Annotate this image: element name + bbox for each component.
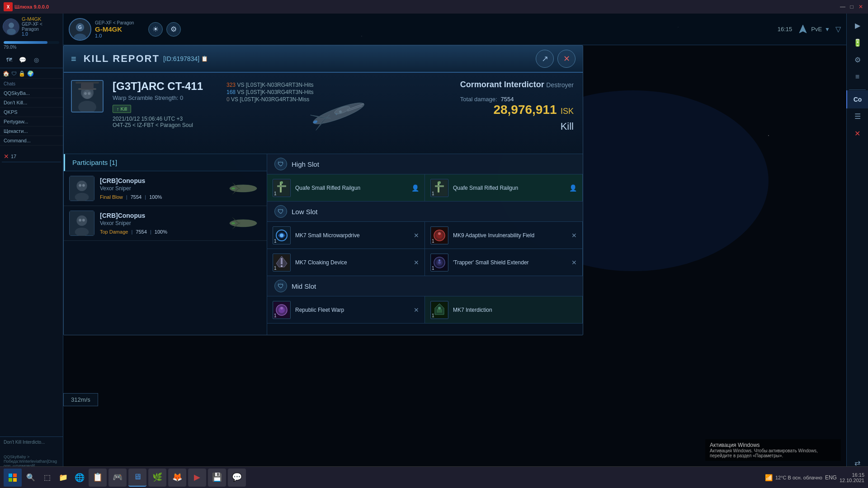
task-view-button[interactable]: ⬚ [40,470,54,485]
high-slot-item-2-person: 👤 [569,184,577,192]
sep1: | [126,194,127,200]
mid-slot-item-1[interactable]: 1 Republic Fleet Warp ✕ [267,296,425,324]
panel-menu-icon[interactable]: ≡ [71,54,76,64]
participant-2-dmg: 7554 [136,229,146,235]
taskbar-app-6[interactable]: ▶ [188,469,206,487]
file-explorer-button[interactable]: 📁 [56,470,71,485]
low-slot-item-3-icon: 1 [273,253,291,272]
nav-chat-icon[interactable]: 💬 [16,53,29,66]
chat-item-6[interactable]: Command... [0,136,63,145]
lock-icon: 🔒 [19,70,25,77]
chat-item-3[interactable]: QKPS [0,108,63,117]
taskbar-app-7[interactable]: 💾 [208,469,226,487]
search-button[interactable]: 🔍 [24,470,38,485]
mid-slot-item-2[interactable]: 1 MK7 Interdiction [425,296,583,324]
high-slot-item-2[interactable]: 1 Quafe Small Rifled Railgun 👤 [425,174,583,202]
chat-item-4[interactable]: Pertygaw... [0,117,63,127]
hud-gear-icon[interactable]: ⚙ [166,22,181,37]
taskbar-app-3[interactable]: 🖥 [128,469,146,487]
svg-point-74 [281,265,283,267]
participant-2-avatar [69,211,94,236]
player-profile-row[interactable]: G-M4GK GEP-XF < Paragon 1.0 [0,14,63,39]
nav-map-icon[interactable]: 🗺 [3,53,15,66]
taskbar-app-1[interactable]: 📋 [89,469,107,487]
svg-text:X: X [7,5,10,9]
hud-sun-icon[interactable]: ☀ [148,22,163,37]
hud-player-avatar: G [69,18,91,41]
total-damage-label: Total damage: [460,96,497,103]
chat-item-5[interactable]: Щекасти... [0,127,63,136]
svg-rect-86 [437,309,442,313]
co-badge: Co [846,90,868,108]
ship-type: Destroyer [546,81,574,89]
svg-rect-89 [13,474,17,477]
low-slot-item-3[interactable]: 1 MK7 Cloaking Device ✕ [267,249,425,276]
low-slot-item-4[interactable]: 1 'Trapper' Small Shield Extender ✕ [425,249,583,276]
hud-filter-icon[interactable]: ▽ [835,25,841,33]
taskbar-app-4[interactable]: 🌿 [148,469,166,487]
svg-rect-73 [281,258,283,264]
low-slot-item-4-icon: 1 [430,253,448,272]
panel-copy-icon[interactable]: 📋 [201,56,208,62]
right-nav-3[interactable]: ⚙ [849,52,866,68]
low-slot-item-1[interactable]: 1 MK7 Small Microwarpdrive ✕ [267,222,425,249]
panel-header: ≡ KILL REPORT [ID:6197834] 📋 ↗ ✕ [64,46,583,73]
player-rating: 1.0 [22,32,60,37]
sep2: | [145,194,146,200]
kill-result: Kill [460,121,574,132]
svg-point-63 [438,181,441,184]
taskbar-app-5[interactable]: 🦊 [168,469,186,487]
participant-1-pct: 100% [149,194,162,200]
low-slot-item-2[interactable]: 1 MK9 Adaptive Invulnerability Field ✕ [425,222,583,249]
hud-dropdown-icon[interactable]: ▼ [825,26,830,33]
taskbar-app-8[interactable]: 💬 [228,469,246,487]
mid-slot-row: 1 Republic Fleet Warp ✕ 1 [267,296,583,324]
player-avatar [3,19,19,35]
low-slot-item-2-close[interactable]: ✕ [571,232,577,239]
svg-text:G: G [78,25,82,30]
panel-close-button[interactable]: ✕ [557,50,576,68]
taskbar-date: 12.10.2021 [840,478,864,483]
xp-percent: 79.0% [4,45,59,50]
participant-card-2[interactable]: [CRB]Conopus Vexor Sniper Top Damage | 7… [64,206,267,241]
low-slot-item-3-close[interactable]: ✕ [414,259,419,266]
taskbar-app-2[interactable]: 🎮 [108,469,127,487]
high-slot-item-1-qty: 1 [274,191,277,196]
svg-point-79 [439,259,440,261]
participant-1-ship-svg [226,179,260,198]
low-slot-item-3-name: MK7 Cloaking Device [295,259,409,266]
xp-progress-bar [4,41,47,44]
hud-rating: 1.0 [95,33,134,38]
panel-export-button[interactable]: ↗ [536,50,554,68]
kill-report-panel: ≡ KILL REPORT [ID:6197834] 📋 ↗ ✕ [63,45,583,335]
right-nav-1[interactable]: ▶ [849,17,866,33]
panel-header-actions: ↗ ✕ [536,50,576,68]
participant-card-1[interactable]: [CRB]Conopus Vexor Sniper Final Blow | 7… [64,171,267,206]
close-button[interactable]: ✕ [857,3,864,10]
minimize-button[interactable]: — [839,3,846,10]
high-slot-item-1[interactable]: 1 Quafe Small Rifled Railgun 👤 [267,174,425,202]
victim-ship-image [284,82,393,145]
chat-item-2[interactable]: Don't Kill... [0,98,63,108]
hud-time: 16:15 [778,26,793,33]
mid-slot-label: Mid Slot [292,282,316,290]
start-button[interactable] [4,469,22,487]
high-slot-item-1-person: 👤 [411,184,419,192]
low-slot-item-1-close[interactable]: ✕ [414,232,419,239]
edge-button[interactable]: 🌐 [72,470,87,485]
svg-point-28 [88,92,90,95]
nav-target-icon[interactable]: ◎ [30,53,42,66]
right-nav-4[interactable]: ≡ [849,69,866,85]
mid-slot-item-2-name: MK7 Interdiction [453,307,577,313]
mid-slot-item-1-qty: 1 [274,313,277,318]
victim-avatar [71,80,104,113]
low-slot-label: Low Slot [292,208,318,216]
right-nav-6[interactable]: ☰ [849,108,866,124]
right-nav-2[interactable]: 🔋 [849,34,866,51]
maximize-button[interactable]: □ [848,3,855,10]
low-slot-item-4-close[interactable]: ✕ [571,259,577,266]
right-nav-7[interactable]: ✕ [849,125,866,141]
chat-item-1[interactable]: QQSkyBa... [0,89,63,98]
mid-slot-item-1-name: Republic Fleet Warp [295,307,409,313]
mid-slot-item-1-close[interactable]: ✕ [414,306,419,314]
